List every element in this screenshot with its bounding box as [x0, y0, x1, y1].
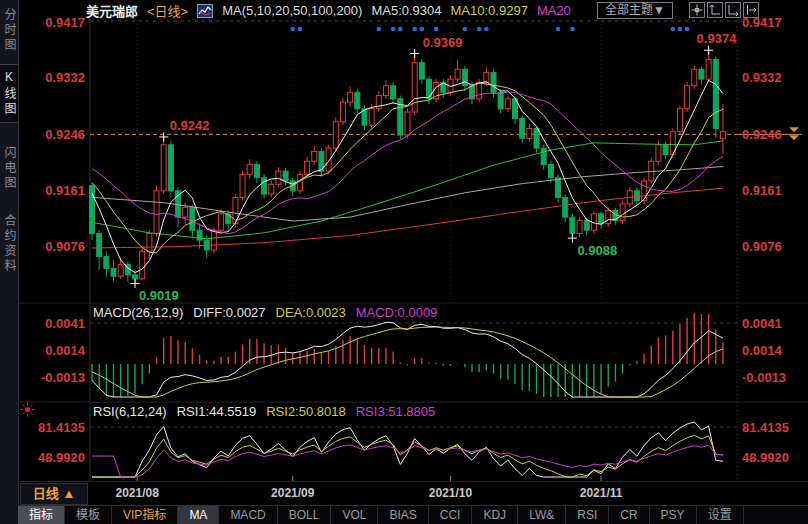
- main-axis-tick: 0.9076: [22, 239, 85, 254]
- rsi-axis-tick: 48.9920: [22, 450, 85, 465]
- x-axis-label: 2021/10: [416, 486, 486, 500]
- instrument-title: 美元瑞郎: [86, 1, 138, 20]
- period-selector-label: 日线: [33, 486, 59, 501]
- x-axis-label: 2021/09: [258, 486, 328, 500]
- bottom-tab[interactable]: PSY: [650, 506, 697, 524]
- main-axis-tick: 0.9076: [742, 239, 806, 254]
- rsi-params: RSI(6,12,24): [93, 404, 167, 419]
- bottom-tab[interactable]: MACD: [219, 506, 277, 524]
- zoom-x-axis-icon[interactable]: [725, 2, 741, 18]
- ma5-value: MA5:0.9304: [371, 3, 441, 18]
- bottom-tab[interactable]: BOLL: [278, 506, 332, 524]
- x-axis-label: 2021/11: [566, 486, 636, 500]
- zoom-y-axis-icon[interactable]: [707, 2, 723, 18]
- x-axis-label: 2021/08: [102, 486, 172, 500]
- rsi-panel-header: RSI(6,12,24) RSI1:44.5519 RSI2:50.8018 R…: [93, 404, 435, 419]
- pan-right-icon[interactable]: [743, 2, 759, 18]
- chart-canvas[interactable]: [0, 0, 808, 524]
- chart-toolbar: [689, 2, 759, 18]
- macd-axis-tick: -0.0013: [22, 370, 85, 385]
- ma-settings-label: MA(5,10,20,50,100,200): [222, 3, 362, 18]
- main-axis-tick: 0.9417: [22, 15, 85, 30]
- macd-axis-tick: 0.0014: [742, 343, 806, 358]
- macd-axis-tick: 0.0014: [22, 343, 85, 358]
- macd-diff-value: DIFF:0.0027: [193, 305, 265, 320]
- period-selector-dropdown[interactable]: 日线 ▲: [20, 483, 88, 505]
- sidebar-item[interactable]: 闪电图: [0, 146, 18, 191]
- macd-panel-header: MACD(26,12,9) DIFF:0.0027 DEA:0.0023 MAC…: [93, 305, 437, 320]
- main-axis-tick: 0.9246: [22, 127, 85, 142]
- bottom-tab[interactable]: CR: [609, 506, 649, 524]
- chevron-up-icon: ▲: [62, 486, 75, 501]
- price-annotation: 0.9369: [423, 35, 463, 50]
- main-axis-tick: 0.9332: [22, 70, 85, 85]
- macd-axis-tick: -0.0013: [742, 370, 806, 385]
- price-annotation: 0.9088: [577, 243, 617, 258]
- macd-axis-tick: 0.0041: [742, 316, 806, 331]
- bottom-tab[interactable]: BIAS: [378, 506, 428, 524]
- bottom-tab[interactable]: KDJ: [472, 506, 518, 524]
- theme-dropdown[interactable]: 全部主题▼: [597, 2, 673, 19]
- crosshair-icon[interactable]: [689, 2, 705, 18]
- bottom-tab[interactable]: 指标: [18, 506, 65, 524]
- price-annotation: 0.9242: [170, 118, 210, 133]
- macd-value: MACD:0.0009: [356, 305, 438, 320]
- bottom-tab[interactable]: 模板: [65, 506, 112, 524]
- ma20-value: MA20: [537, 3, 571, 18]
- kline-style-icon[interactable]: [197, 4, 213, 18]
- sidebar-item[interactable]: 分时图: [0, 8, 18, 53]
- bottom-tab[interactable]: LW&: [518, 506, 566, 524]
- rsi2-value: RSI2:50.8018: [266, 404, 346, 419]
- price-annotation: 0.9019: [139, 288, 179, 303]
- bottom-tab[interactable]: MA: [178, 506, 219, 524]
- macd-axis-tick: 0.0041: [22, 316, 85, 331]
- ma10-value: MA10:0.9297: [451, 3, 528, 18]
- trading-app-window: 分时图K线图闪电图合约资料 美元瑞郎 <日线> MA(5,10,20,50,10…: [0, 0, 808, 524]
- bottom-tab[interactable]: CCI: [429, 506, 473, 524]
- main-axis-tick: 0.9246: [742, 127, 806, 142]
- bottom-tab[interactable]: VOL: [331, 506, 378, 524]
- rsi1-value: RSI1:44.5519: [177, 404, 257, 419]
- macd-params: MACD(26,12,9): [93, 305, 183, 320]
- main-axis-tick: 0.9161: [22, 183, 85, 198]
- chart-header: 美元瑞郎 <日线> MA(5,10,20,50,100,200) MA5:0.9…: [86, 2, 571, 19]
- left-sidebar: 分时图K线图闪电图合约资料: [0, 0, 19, 524]
- rsi-axis-tick: 48.9920: [742, 450, 806, 465]
- alert-sun-icon: [20, 402, 35, 421]
- rsi-axis-tick: 81.4135: [22, 420, 85, 435]
- sidebar-item[interactable]: K线图: [0, 64, 18, 123]
- period-tag: <日线>: [147, 1, 188, 20]
- bottom-tab[interactable]: RSI: [566, 506, 609, 524]
- sidebar-item[interactable]: 合约资料: [0, 214, 18, 274]
- bottom-tab[interactable]: VIP指标: [112, 506, 178, 524]
- bottom-tab[interactable]: 设置: [697, 506, 744, 524]
- rsi3-value: RSI3:51.8805: [356, 404, 436, 419]
- rsi-axis-tick: 81.4135: [742, 420, 806, 435]
- main-axis-tick: 0.9332: [742, 70, 806, 85]
- price-annotation: 0.9374: [697, 31, 737, 46]
- main-axis-tick: 0.9161: [742, 183, 806, 198]
- indicator-tab-bar: 指标模板VIP指标MAMACDBOLLVOLBIASCCIKDJLW&RSICR…: [18, 505, 808, 524]
- macd-dea-value: DEA:0.0023: [276, 305, 346, 320]
